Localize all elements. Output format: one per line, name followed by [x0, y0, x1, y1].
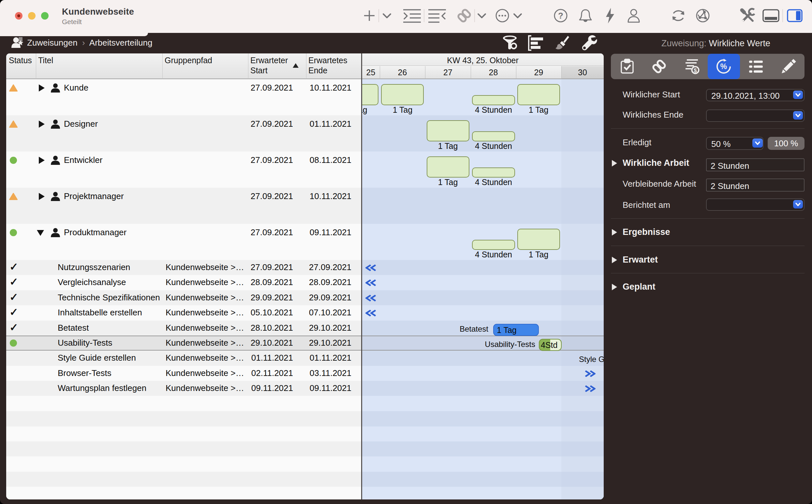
- svg-text:%: %: [720, 62, 727, 71]
- svg-text:$: $: [694, 67, 697, 74]
- svg-text:?: ?: [558, 11, 563, 21]
